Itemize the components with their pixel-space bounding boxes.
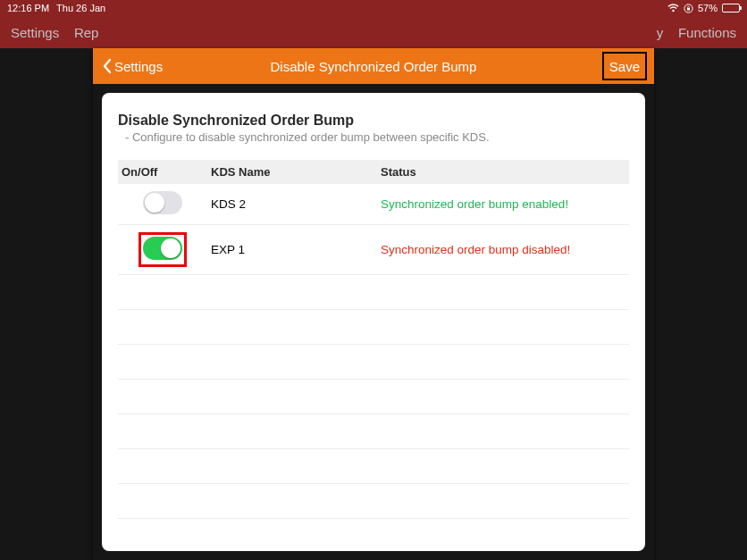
- back-label: Settings: [114, 59, 163, 74]
- table-row-empty: [118, 484, 629, 519]
- modal-content: Disable Synchronized Order Bump - Config…: [102, 93, 645, 551]
- col-status: Status: [377, 160, 629, 184]
- status-cell: Synchronized order bump enabled!: [377, 184, 629, 225]
- toggle-highlight: [138, 232, 187, 267]
- modal-disable-sync-order-bump: Settings Disable Synchronized Order Bump…: [93, 48, 654, 560]
- save-button[interactable]: Save: [609, 59, 640, 74]
- back-button[interactable]: Settings: [93, 58, 163, 74]
- toolbar-partial-item[interactable]: y: [657, 25, 664, 40]
- app-toolbar: Settings Rep y Functions: [0, 16, 747, 48]
- table-row-empty: [118, 414, 629, 449]
- chevron-left-icon: [102, 58, 113, 74]
- save-button-highlight: Save: [602, 52, 647, 80]
- statusbar-battery-pct: 57%: [698, 3, 718, 13]
- table-row-empty: [118, 380, 629, 414]
- section-subtitle: - Configure to disable synchronized orde…: [125, 130, 629, 144]
- kds-table: On/Off KDS Name Status KDS 2Synchronized…: [118, 160, 629, 551]
- wifi-icon: [667, 4, 679, 13]
- table-row-empty: [118, 310, 629, 345]
- toolbar-settings-button[interactable]: Settings: [11, 25, 59, 40]
- table-row-empty: [118, 449, 629, 484]
- col-kdsname: KDS Name: [207, 160, 377, 184]
- device-statusbar: 12:16 PM Thu 26 Jan 57%: [0, 0, 747, 16]
- status-cell: Synchronized order bump disabled!: [377, 225, 629, 275]
- toolbar-reports-button[interactable]: Rep: [74, 25, 99, 40]
- modal-header: Settings Disable Synchronized Order Bump…: [93, 48, 654, 84]
- kds-name-cell: KDS 2: [207, 184, 377, 225]
- toggle-switch[interactable]: [143, 237, 182, 260]
- table-body: KDS 2Synchronized order bump enabled!EXP…: [118, 184, 629, 551]
- section-title: Disable Synchronized Order Bump: [118, 113, 629, 129]
- table-row-empty: [118, 345, 629, 380]
- orientation-lock-icon: [684, 4, 693, 13]
- col-onoff: On/Off: [118, 160, 207, 184]
- modal-title: Disable Synchronized Order Bump: [93, 59, 654, 74]
- statusbar-time: 12:16 PM: [7, 3, 49, 13]
- table-row: KDS 2Synchronized order bump enabled!: [118, 184, 629, 225]
- battery-icon: [722, 4, 740, 13]
- kds-name-cell: EXP 1: [207, 225, 377, 275]
- toolbar-functions-button[interactable]: Functions: [678, 25, 736, 40]
- table-row-empty: [118, 519, 629, 552]
- table-row-empty: [118, 275, 629, 310]
- table-row: EXP 1Synchronized order bump disabled!: [118, 225, 629, 275]
- table-header-row: On/Off KDS Name Status: [118, 160, 629, 184]
- statusbar-date: Thu 26 Jan: [56, 3, 105, 13]
- toggle-switch[interactable]: [143, 191, 182, 214]
- svg-rect-1: [687, 8, 690, 11]
